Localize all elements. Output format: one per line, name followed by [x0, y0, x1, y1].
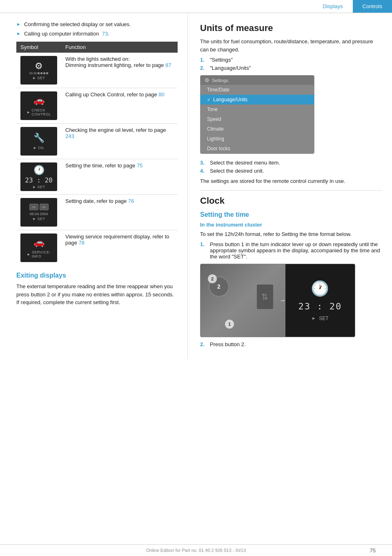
symbol-cell: 🔧 ► OIL	[16, 124, 61, 159]
symbol-oil: 🔧 ► OIL	[20, 127, 57, 156]
col-function: Function	[61, 42, 178, 53]
row3-label: OIL	[38, 146, 45, 150]
settings-menu: Time/Date Language/Units Tone Speed Clim…	[200, 85, 314, 153]
footer-text: Online Edition for Part no. 01 40 2 926 …	[146, 548, 246, 553]
table-row: 🕐 23 : 20 ► SET Setting the time, refer …	[16, 159, 178, 195]
row3-arrow: ►	[33, 146, 37, 150]
page-number: 75	[370, 547, 376, 554]
link-80[interactable]: 80	[158, 91, 164, 98]
symbol-cell: 00 00 08.04.2004 ► SET	[16, 195, 61, 230]
list-item: 3. Select the desired menu item.	[200, 160, 382, 166]
link-243[interactable]: 243	[65, 133, 74, 139]
marker-2: 2	[208, 274, 217, 283]
table-row: ⚙ ► SET	[16, 53, 178, 88]
list-item: 2. "Language/Units"	[200, 65, 382, 71]
symbol-date: 00 00 08.04.2004 ► SET	[20, 198, 57, 227]
table-row: 🚗 ► SERVICE-INFO Viewing service require…	[16, 230, 178, 266]
settings-title: Settings	[212, 78, 228, 83]
link-78[interactable]: 78	[79, 240, 85, 246]
symbol-service: 🚗 ► SERVICE-INFO	[20, 234, 57, 262]
cluster-set-arrow: ►	[312, 316, 316, 320]
bullet-arrow-2: ►	[16, 31, 21, 36]
clock-icon: 🕐	[33, 165, 45, 176]
link-73[interactable]: 73	[102, 31, 108, 37]
row5-arrow: ►	[33, 217, 36, 221]
car-icon: 🚗	[33, 95, 45, 106]
cluster-time-display: 23 : 20	[298, 301, 342, 311]
table-row: 🚗 ► CHECKCONTROL Calling up Check Contro…	[16, 88, 178, 124]
menu-item-timedate[interactable]: Time/Date	[200, 85, 314, 95]
main-content: ► Confirming the selected display or set…	[0, 13, 392, 359]
link-76[interactable]: 76	[128, 198, 134, 204]
symbol-cell: ⚙ ► SET	[16, 53, 61, 88]
bullet-arrow-1: ►	[16, 22, 21, 27]
bullet-text-1: Confirming the selected display or set v…	[24, 21, 131, 27]
date-display: 08.04.2004	[29, 212, 48, 216]
function-cell-3: Checking the engine oil level, refer to …	[61, 124, 178, 159]
units-intro: The units for fuel consumption, route/di…	[200, 38, 382, 53]
marker-1: 1	[225, 320, 234, 329]
symbol-check-control: 🚗 ► CHECKCONTROL	[20, 91, 57, 120]
clock-intro: To set the 12h/24h format, refer to Sett…	[200, 230, 382, 238]
row5-label: SET	[37, 217, 45, 221]
clock-step2: 2. Press button 2.	[200, 341, 382, 347]
row2-arrow: ►	[27, 110, 30, 114]
menu-item-lighting[interactable]: Lighting	[200, 134, 314, 144]
row2-label: CHECKCONTROL	[31, 108, 51, 116]
units-steps: 1. "Settings" 2. "Language/Units"	[200, 57, 382, 71]
menu-item-tone[interactable]: Tone	[200, 105, 314, 114]
menu-item-language-units[interactable]: Language/Units	[200, 95, 314, 105]
link-87[interactable]: 87	[165, 62, 171, 68]
service-icon: 🚗	[33, 237, 45, 248]
symbol-lights: ⚙ ► SET	[20, 56, 57, 85]
cluster-pointer: →	[279, 297, 286, 304]
menu-item-speed[interactable]: Speed	[200, 114, 314, 124]
symbol-cell: 🕐 23 : 20 ► SET	[16, 159, 61, 195]
units-heading: Units of measure	[200, 23, 382, 33]
section-divider	[200, 190, 382, 191]
tab-controls[interactable]: Controls	[353, 0, 392, 13]
link-75[interactable]: 75	[137, 162, 143, 169]
exiting-displays-section: Exiting displays The external temperatur…	[16, 272, 178, 307]
list-item: 2. Press button 2.	[200, 341, 382, 347]
menu-item-doorlocks[interactable]: Door locks	[200, 144, 314, 153]
menu-item-climate[interactable]: Climate	[200, 124, 314, 134]
tab-controls-label: Controls	[363, 3, 382, 9]
setting-time-subheading: Setting the time	[200, 211, 382, 218]
table-row: 00 00 08.04.2004 ► SET	[16, 195, 178, 230]
list-item: 1. Press button 1 in the turn indicator …	[200, 241, 382, 260]
lever-icon: ⇅	[261, 292, 268, 302]
right-column: Units of measure The units for fuel cons…	[188, 13, 392, 359]
oil-icon: 🔧	[33, 133, 45, 143]
function-cell-5: Setting date, refer to page 76	[61, 195, 178, 230]
symbol-cell: 🚗 ► SERVICE-INFO	[16, 230, 61, 266]
row6-label: SERVICE-INFO	[32, 250, 51, 258]
symbol-cell: 🚗 ► CHECKCONTROL	[16, 88, 61, 124]
time-display: 23 : 20	[25, 176, 52, 184]
clock-step1: 1. Press button 1 in the turn indicator …	[200, 241, 382, 260]
list-item: 4. Select the desired unit.	[200, 168, 382, 174]
bullet-text-2: Calling up computer information 73.	[24, 31, 109, 37]
cluster-set-row: ► SET	[312, 316, 328, 321]
function-cell-1: With the lights switched on: Dimming ins…	[61, 53, 178, 88]
col-symbol: Symbol	[16, 42, 61, 53]
button2-indicator: 2	[217, 283, 220, 290]
table-row: 🔧 ► OIL Checking the engine oil level, r…	[16, 124, 178, 159]
row1-arrow: ►	[33, 76, 36, 80]
tab-displays[interactable]: Displays	[313, 0, 352, 13]
settings-titlebar: ⚙ Settings	[200, 76, 314, 85]
row1-label: SET	[37, 76, 45, 80]
gear-icon: ⚙	[205, 77, 209, 83]
instrument-cluster-subsubheading: In the instrument cluster	[200, 222, 382, 228]
cluster-left-panel: 2 ⇅ 1 2 →	[200, 264, 285, 337]
page-header: Displays Controls	[0, 0, 392, 13]
exiting-displays-heading: Exiting displays	[16, 272, 178, 279]
row4-arrow: ►	[33, 185, 36, 189]
row6-arrow: ►	[27, 252, 31, 256]
tab-displays-label: Displays	[323, 3, 343, 9]
row4-label: SET	[37, 185, 45, 189]
units-closing: The settings are stored for the remote c…	[200, 177, 382, 185]
page-footer: Online Edition for Part no. 01 40 2 926 …	[0, 544, 392, 556]
settings-screenshot: ⚙ Settings Time/Date Language/Units Tone…	[200, 75, 314, 154]
symbol-table: Symbol Function ⚙	[16, 42, 178, 265]
